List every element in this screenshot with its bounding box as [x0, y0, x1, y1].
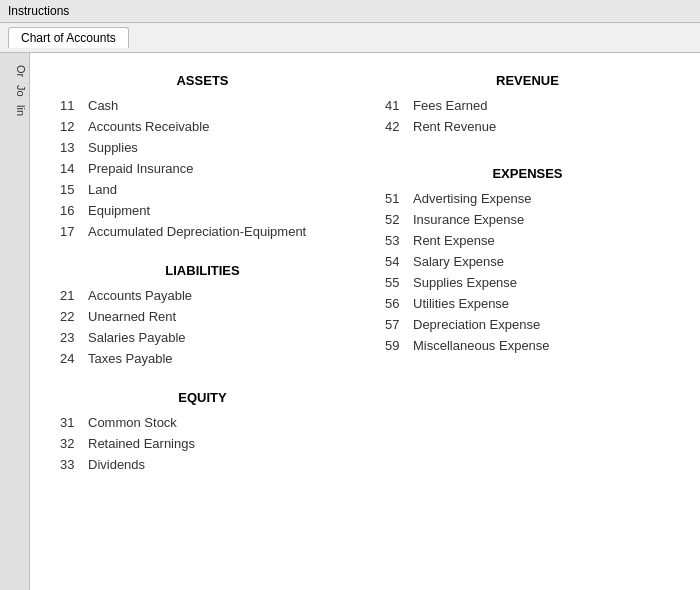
window-frame: Instructions Chart of Accounts Or Jo lin…	[0, 0, 700, 590]
account-name-dividends: Dividends	[88, 457, 145, 472]
account-name-accumulated-depreciation: Accumulated Depreciation-Equipment	[88, 224, 306, 239]
account-name-taxes-payable: Taxes Payable	[88, 351, 173, 366]
expenses-list: 51 Advertising Expense 52 Insurance Expe…	[385, 191, 670, 353]
sidebar-text-2: Jo	[0, 81, 29, 101]
account-number-17: 17	[60, 224, 88, 239]
account-utilities-expense: 56 Utilities Expense	[385, 296, 670, 311]
equity-section-title: EQUITY	[60, 390, 345, 405]
account-number-13: 13	[60, 140, 88, 155]
account-name-insurance-expense: Insurance Expense	[413, 212, 524, 227]
account-land: 15 Land	[60, 182, 345, 197]
account-accounts-receivable: 12 Accounts Receivable	[60, 119, 345, 134]
account-advertising-expense: 51 Advertising Expense	[385, 191, 670, 206]
sidebar-text-3: lin	[0, 101, 29, 120]
account-number-15: 15	[60, 182, 88, 197]
account-number-11: 11	[60, 98, 88, 113]
account-name-prepaid-insurance: Prepaid Insurance	[88, 161, 194, 176]
account-fees-earned: 41 Fees Earned	[385, 98, 670, 113]
account-number-14: 14	[60, 161, 88, 176]
account-number-24: 24	[60, 351, 88, 366]
account-name-depreciation-expense: Depreciation Expense	[413, 317, 540, 332]
account-number-52: 52	[385, 212, 413, 227]
account-number-59: 59	[385, 338, 413, 353]
account-number-56: 56	[385, 296, 413, 311]
account-name-accounts-payable: Accounts Payable	[88, 288, 192, 303]
account-name-miscellaneous-expense: Miscellaneous Expense	[413, 338, 550, 353]
content-area: Or Jo lin ASSETS 11 Cash 12	[0, 53, 700, 590]
account-miscellaneous-expense: 59 Miscellaneous Expense	[385, 338, 670, 353]
account-number-22: 22	[60, 309, 88, 324]
account-supplies-expense: 55 Supplies Expense	[385, 275, 670, 290]
account-number-21: 21	[60, 288, 88, 303]
account-number-12: 12	[60, 119, 88, 134]
account-accounts-payable: 21 Accounts Payable	[60, 288, 345, 303]
account-cash: 11 Cash	[60, 98, 345, 113]
main-content: ASSETS 11 Cash 12 Accounts Receivable 13	[30, 53, 700, 590]
account-name-salaries-payable: Salaries Payable	[88, 330, 186, 345]
account-number-57: 57	[385, 317, 413, 332]
account-number-42: 42	[385, 119, 413, 134]
account-accumulated-depreciation: 17 Accumulated Depreciation-Equipment	[60, 224, 345, 239]
account-name-rent-revenue: Rent Revenue	[413, 119, 496, 134]
account-name-supplies: Supplies	[88, 140, 138, 155]
liabilities-list: 21 Accounts Payable 22 Unearned Rent 23 …	[60, 288, 345, 366]
account-number-32: 32	[60, 436, 88, 451]
account-rent-revenue: 42 Rent Revenue	[385, 119, 670, 134]
account-unearned-rent: 22 Unearned Rent	[60, 309, 345, 324]
account-name-cash: Cash	[88, 98, 118, 113]
account-rent-expense: 53 Rent Expense	[385, 233, 670, 248]
account-prepaid-insurance: 14 Prepaid Insurance	[60, 161, 345, 176]
account-common-stock: 31 Common Stock	[60, 415, 345, 430]
expenses-section-title: EXPENSES	[385, 166, 670, 181]
account-retained-earnings: 32 Retained Earnings	[60, 436, 345, 451]
account-dividends: 33 Dividends	[60, 457, 345, 472]
liabilities-section-title: LIABILITIES	[60, 263, 345, 278]
right-column: REVENUE 41 Fees Earned 42 Rent Revenue	[385, 73, 670, 478]
account-salary-expense: 54 Salary Expense	[385, 254, 670, 269]
left-sidebar: Or Jo lin	[0, 53, 30, 590]
account-name-utilities-expense: Utilities Expense	[413, 296, 509, 311]
tab-bar: Chart of Accounts	[0, 23, 700, 53]
account-salaries-payable: 23 Salaries Payable	[60, 330, 345, 345]
account-equipment: 16 Equipment	[60, 203, 345, 218]
account-name-common-stock: Common Stock	[88, 415, 177, 430]
account-number-33: 33	[60, 457, 88, 472]
revenue-list: 41 Fees Earned 42 Rent Revenue	[385, 98, 670, 134]
account-number-53: 53	[385, 233, 413, 248]
account-name-salary-expense: Salary Expense	[413, 254, 504, 269]
equity-list: 31 Common Stock 32 Retained Earnings 33 …	[60, 415, 345, 472]
account-number-51: 51	[385, 191, 413, 206]
account-name-unearned-rent: Unearned Rent	[88, 309, 176, 324]
account-name-equipment: Equipment	[88, 203, 150, 218]
account-name-retained-earnings: Retained Earnings	[88, 436, 195, 451]
account-number-41: 41	[385, 98, 413, 113]
account-number-16: 16	[60, 203, 88, 218]
account-taxes-payable: 24 Taxes Payable	[60, 351, 345, 366]
account-insurance-expense: 52 Insurance Expense	[385, 212, 670, 227]
instructions-menu[interactable]: Instructions	[8, 4, 69, 18]
account-name-land: Land	[88, 182, 117, 197]
account-number-55: 55	[385, 275, 413, 290]
menu-bar: Instructions	[0, 0, 700, 23]
chart-of-accounts-tab[interactable]: Chart of Accounts	[8, 27, 129, 48]
account-name-supplies-expense: Supplies Expense	[413, 275, 517, 290]
account-name-advertising-expense: Advertising Expense	[413, 191, 532, 206]
account-supplies: 13 Supplies	[60, 140, 345, 155]
sidebar-text-1: Or	[0, 61, 29, 81]
account-depreciation-expense: 57 Depreciation Expense	[385, 317, 670, 332]
account-name-accounts-receivable: Accounts Receivable	[88, 119, 209, 134]
revenue-section-title: REVENUE	[385, 73, 670, 88]
assets-list: 11 Cash 12 Accounts Receivable 13 Suppli…	[60, 98, 345, 239]
chart-layout: ASSETS 11 Cash 12 Accounts Receivable 13	[60, 73, 670, 478]
account-name-rent-expense: Rent Expense	[413, 233, 495, 248]
account-number-31: 31	[60, 415, 88, 430]
assets-section-title: ASSETS	[60, 73, 345, 88]
account-number-54: 54	[385, 254, 413, 269]
account-name-fees-earned: Fees Earned	[413, 98, 487, 113]
left-column: ASSETS 11 Cash 12 Accounts Receivable 13	[60, 73, 345, 478]
account-number-23: 23	[60, 330, 88, 345]
